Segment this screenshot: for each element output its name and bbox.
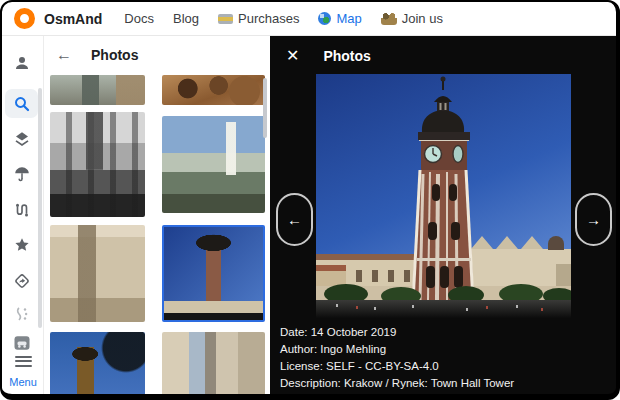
main-photo: [316, 74, 571, 318]
top-nav: OsmAnd Docs Blog Purchases Map Join us: [2, 2, 616, 36]
photo-description: Description: Krakow / Rynek: Town Hall T…: [280, 375, 608, 392]
brand-title[interactable]: OsmAnd: [44, 11, 102, 27]
search-icon[interactable]: [12, 94, 32, 114]
menu-label: Menu: [2, 376, 44, 388]
photo-author: Author: Ingo Mehling: [280, 341, 608, 358]
banknotes-icon: [218, 14, 233, 24]
arrow-left-icon: ←: [287, 211, 302, 228]
next-photo-button[interactable]: →: [575, 193, 612, 246]
photo-thumbnail-6-selected[interactable]: [162, 225, 265, 322]
hamburger-icon: [15, 353, 32, 369]
photo-thumbnail-5[interactable]: [50, 225, 145, 322]
photos-panel-header: ← Photos: [44, 36, 270, 74]
photo-thumbnail-4[interactable]: [162, 116, 265, 213]
photo-thumbnail-1[interactable]: [50, 75, 145, 105]
photo-thumbnail-3[interactable]: [50, 112, 145, 217]
sidebar-scrollbar[interactable]: [38, 88, 42, 328]
back-arrow-icon[interactable]: ←: [56, 46, 72, 64]
people-icon: [381, 13, 397, 25]
previous-photo-button[interactable]: ←: [276, 193, 313, 246]
photo-thumbnail-7[interactable]: [50, 332, 145, 394]
viewer-header: ✕ Photos: [270, 36, 616, 76]
photos-panel: ← Photos: [44, 36, 270, 394]
track-recorder-icon[interactable]: [12, 304, 32, 324]
arrow-right-icon: →: [586, 211, 601, 228]
photos-scrollbar[interactable]: [263, 78, 267, 138]
app-window: OsmAnd Docs Blog Purchases Map Join us: [0, 0, 620, 400]
close-icon[interactable]: ✕: [286, 48, 299, 64]
plan-route-icon[interactable]: [12, 200, 32, 220]
weather-umbrella-icon[interactable]: [12, 164, 32, 184]
account-icon[interactable]: [12, 53, 32, 73]
photo-thumbnail-8[interactable]: [162, 332, 265, 394]
viewer-title: Photos: [323, 48, 370, 64]
menu-button[interactable]: Menu: [2, 353, 44, 388]
photo-viewer: ✕ Photos: [270, 36, 616, 394]
photo-details: Date: 14 October 2019 Author: Ingo Mehli…: [280, 324, 608, 392]
nav-item-docs[interactable]: Docs: [124, 11, 154, 26]
android-auto-icon[interactable]: [12, 333, 32, 353]
nav-item-join-us[interactable]: Join us: [381, 11, 443, 26]
nav-item-purchases[interactable]: Purchases: [218, 11, 299, 26]
osmand-logo-icon[interactable]: [14, 8, 35, 29]
favorites-star-icon[interactable]: [12, 235, 32, 255]
photo-thumbnail-2[interactable]: [162, 75, 265, 105]
nav-item-map[interactable]: Map: [318, 11, 361, 26]
layers-icon[interactable]: [12, 129, 32, 149]
navigation-icon[interactable]: [12, 271, 32, 291]
tool-sidebar: Menu: [2, 36, 44, 394]
globe-icon: [318, 12, 331, 25]
photos-panel-title: Photos: [91, 47, 138, 63]
photo-date: Date: 14 October 2019: [280, 324, 608, 341]
nav-item-blog[interactable]: Blog: [173, 11, 199, 26]
photo-license: License: SELF - CC-BY-SA-4.0: [280, 358, 608, 375]
